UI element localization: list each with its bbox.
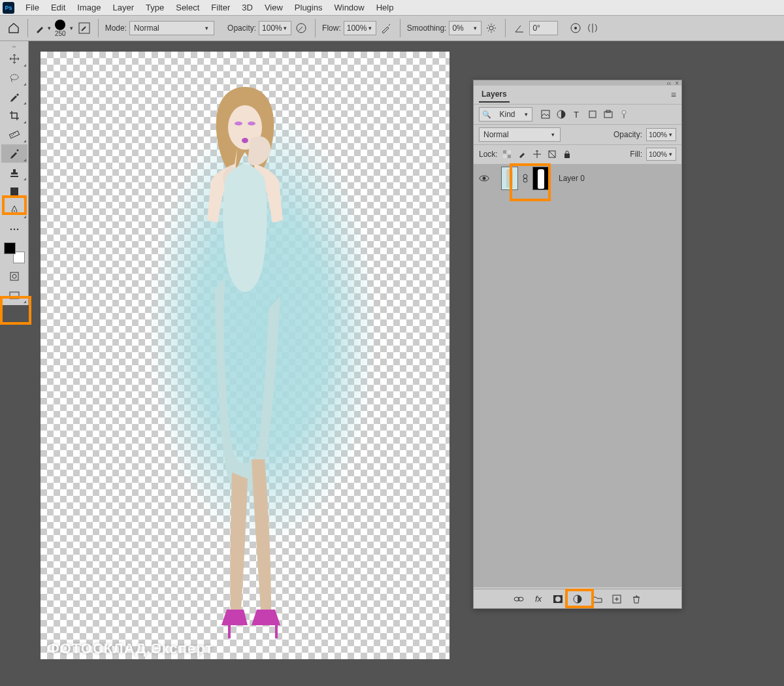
lock-pixels-icon[interactable] (517, 149, 527, 159)
lasso-tool[interactable] (1, 69, 27, 87)
svg-point-13 (13, 229, 14, 230)
mask-link-icon[interactable] (522, 174, 529, 183)
layer-list: Layer 0 (474, 164, 681, 587)
opacity-label: Opacity: (227, 24, 256, 33)
group-button[interactable] (591, 593, 603, 605)
layer-name[interactable]: Layer 0 (559, 174, 585, 183)
brush-panel-toggle[interactable] (77, 21, 91, 35)
color-swatches[interactable] (3, 241, 26, 265)
brush-angle-input[interactable]: 0° (529, 21, 558, 35)
opacity-input[interactable]: 100%▾ (259, 21, 291, 35)
pen-tool[interactable] (1, 201, 27, 220)
lock-transparency-icon[interactable] (502, 149, 512, 159)
svg-point-41 (518, 597, 523, 601)
filter-type-icon[interactable]: T (572, 109, 582, 120)
menu-layer[interactable]: Layer (107, 3, 140, 12)
watermark-text: ФОТОСКЛАД.Эксперт (47, 640, 213, 657)
crop-tool[interactable] (1, 106, 27, 125)
brush-tool[interactable] (1, 144, 27, 163)
layer-blend-mode-select[interactable]: Normal▾ (479, 127, 561, 142)
svg-rect-15 (10, 272, 18, 280)
menu-type[interactable]: Type (140, 3, 170, 12)
foreground-color-swatch[interactable] (4, 242, 16, 254)
new-layer-button[interactable] (611, 593, 623, 605)
menu-image[interactable]: Image (71, 3, 106, 12)
blend-mode-select[interactable]: Normal▾ (129, 21, 214, 35)
home-button[interactable] (7, 21, 21, 35)
flow-input[interactable]: 100%▾ (344, 21, 376, 35)
close-panel-button[interactable]: × (675, 80, 679, 87)
panel-menu-button[interactable]: ≡ (671, 90, 676, 100)
layer-row[interactable]: Layer 0 (474, 164, 681, 193)
svg-rect-31 (508, 155, 511, 158)
layer-opacity-input[interactable]: 100%▾ (646, 128, 676, 141)
layer-kind-filter[interactable]: 🔍Kind▾ (479, 107, 532, 122)
lock-label: Lock: (479, 150, 498, 159)
svg-rect-9 (10, 188, 18, 195)
filter-adjustment-icon[interactable] (556, 109, 566, 120)
menu-help[interactable]: Help (370, 3, 400, 12)
filter-smartobject-icon[interactable] (603, 109, 613, 120)
collapse-toolbar-button[interactable]: ›› (0, 44, 28, 49)
adjustment-layer-button[interactable] (572, 593, 583, 605)
link-layers-button[interactable] (513, 593, 525, 605)
brush-preset-picker[interactable]: ▾ 250 ▾ (35, 20, 74, 37)
menu-filter[interactable]: Filter (205, 3, 236, 12)
symmetry-toggle[interactable] (585, 21, 600, 35)
svg-point-38 (523, 174, 527, 178)
angle-icon (512, 21, 527, 35)
menu-view[interactable]: View (259, 3, 289, 12)
filter-toggle-icon[interactable] (619, 109, 629, 120)
delete-layer-button[interactable] (630, 593, 642, 605)
layer-thumbnail[interactable] (501, 167, 518, 190)
svg-point-11 (14, 210, 15, 212)
quickmask-toggle[interactable] (1, 267, 27, 286)
menu-edit[interactable]: Edit (45, 3, 71, 12)
figure-silhouette (154, 80, 336, 655)
ruler-tool[interactable] (1, 125, 27, 144)
opacity-pressure-toggle[interactable] (294, 21, 308, 35)
svg-rect-22 (542, 110, 549, 118)
document-canvas[interactable] (41, 52, 449, 659)
options-bar: ▾ 250 ▾ Mode: Normal▾ Opacity: 100%▾ Flo… (0, 15, 784, 41)
smoothing-label: Smoothing: (407, 24, 447, 33)
layers-tab[interactable]: Layers (479, 87, 510, 103)
svg-point-43 (555, 596, 561, 602)
visibility-toggle[interactable] (479, 174, 489, 182)
airbrush-toggle[interactable] (379, 21, 393, 35)
svg-point-2 (489, 26, 493, 30)
mode-label: Mode: (105, 24, 127, 33)
move-tool[interactable] (1, 50, 27, 68)
collapse-panel-button[interactable]: ‹‹ (666, 80, 671, 87)
menu-plugins[interactable]: Plugins (289, 3, 329, 12)
menu-select[interactable]: Select (170, 3, 205, 12)
filter-shape-icon[interactable] (587, 109, 598, 120)
more-tools[interactable] (1, 220, 27, 238)
gradient-tool[interactable] (1, 182, 27, 201)
flow-label: Flow: (322, 24, 341, 33)
filter-pixel-icon[interactable] (540, 109, 551, 120)
smoothing-options-button[interactable] (484, 21, 498, 35)
screenmode-toggle[interactable] (1, 286, 27, 304)
stamp-tool[interactable] (1, 163, 27, 182)
add-mask-button[interactable] (552, 593, 564, 605)
svg-point-12 (10, 229, 11, 230)
layer-fill-input[interactable]: 100%▾ (646, 148, 676, 161)
eyedropper-tool[interactable] (1, 88, 27, 106)
svg-rect-35 (564, 154, 570, 158)
layer-mask-thumbnail[interactable] (532, 167, 549, 190)
size-pressure-toggle[interactable] (568, 21, 583, 35)
menu-file[interactable]: File (20, 3, 45, 12)
menu-window[interactable]: Window (328, 3, 370, 12)
svg-point-20 (248, 122, 255, 125)
svg-rect-25 (589, 111, 596, 118)
menu-3d[interactable]: 3D (236, 3, 259, 12)
lock-all-icon[interactable] (562, 149, 572, 159)
lock-artboard-icon[interactable] (547, 149, 557, 159)
svg-point-21 (242, 138, 248, 143)
svg-rect-30 (503, 150, 506, 154)
layer-effects-button[interactable]: fx (532, 593, 544, 605)
smoothing-input[interactable]: 0%▾ (449, 21, 482, 35)
lock-position-icon[interactable] (532, 149, 542, 159)
chevron-down-icon: ▾ (48, 25, 51, 31)
